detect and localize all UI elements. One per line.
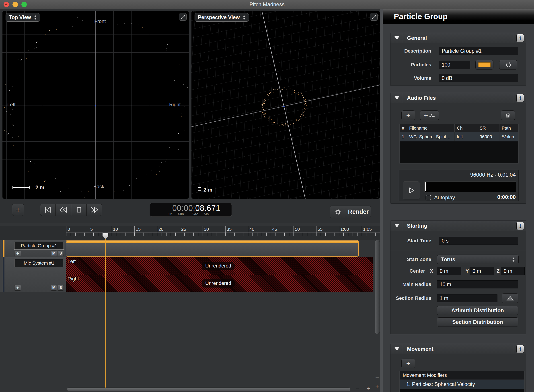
stop-button[interactable]: [71, 204, 87, 216]
particle-dot: [178, 134, 179, 134]
horizontal-scrollbar[interactable]: [67, 387, 350, 391]
horizontal-zoom-out-button[interactable]: −: [356, 385, 359, 392]
time-display[interactable]: 00:00:08.671 Hr Min Sec Ms: [150, 203, 232, 217]
movement-modifier-item[interactable]: 1. Particles: Spherical Velocity: [400, 380, 525, 389]
particles-count-field[interactable]: 100: [439, 61, 470, 69]
expand-viewport-button[interactable]: [179, 13, 187, 21]
start-zone-dropdown[interactable]: Torus: [437, 255, 519, 264]
mute-button[interactable]: M: [51, 251, 57, 256]
delete-audio-file-button[interactable]: [501, 111, 515, 120]
top-view-selector[interactable]: Top View: [5, 13, 40, 22]
section-distribution-button[interactable]: Section Distribution: [437, 317, 518, 327]
particle-dot: [264, 101, 265, 102]
disclosure-triangle-icon[interactable]: [394, 224, 399, 227]
min-unit-label: Min: [178, 212, 184, 216]
expand-icon: [180, 14, 185, 20]
add-movement-modifier-button[interactable]: +: [402, 359, 415, 369]
info-button[interactable]: i: [516, 222, 524, 230]
track-name-field[interactable]: Particle Group #1: [14, 242, 64, 250]
ruler-tick: [293, 233, 294, 236]
timeline-ruler[interactable]: 05101520253035404550551:001:05: [0, 226, 380, 240]
track-add-button[interactable]: +: [14, 285, 21, 291]
info-button[interactable]: i: [516, 34, 524, 42]
fast-forward-button[interactable]: [87, 204, 102, 216]
particle-dot: [297, 89, 298, 90]
panel-divider[interactable]: [380, 9, 383, 392]
particle-dot: [166, 48, 166, 49]
add-audio-file-with-waveform-button[interactable]: +: [420, 111, 439, 120]
front-label: Front: [94, 19, 106, 24]
unrendered-badge: Unrendered: [202, 279, 235, 288]
rewind-button[interactable]: [56, 204, 71, 216]
expand-viewport-button[interactable]: [370, 13, 378, 21]
autoplay-checkbox[interactable]: [426, 195, 431, 200]
regenerate-particles-button[interactable]: [499, 60, 517, 70]
particle-dot: [290, 124, 291, 125]
main-radius-label: Main Radius: [391, 280, 434, 289]
disclosure-triangle-icon[interactable]: [394, 36, 399, 40]
audio-files-section-header[interactable]: Audio Files i: [391, 93, 526, 103]
particle-dot: [265, 100, 266, 101]
starting-section-header[interactable]: Starting i: [391, 221, 526, 231]
particle-dot: [285, 88, 285, 89]
track-name-field[interactable]: Mic System #1: [14, 259, 64, 267]
disclosure-triangle-icon[interactable]: [394, 347, 399, 350]
disclosure-triangle-icon[interactable]: [394, 96, 399, 100]
add-track-button[interactable]: +: [12, 204, 24, 216]
movement-section-header[interactable]: Movement i: [391, 344, 526, 354]
ruler-tick: [312, 233, 312, 236]
center-z-field[interactable]: 0 m: [501, 267, 525, 275]
center-x-field[interactable]: 0 m: [437, 267, 461, 275]
particle-dot: [292, 89, 293, 90]
solo-button[interactable]: S: [58, 251, 64, 256]
zoom-window-button[interactable]: [21, 2, 27, 7]
info-button[interactable]: i: [516, 345, 524, 353]
close-window-button[interactable]: [4, 2, 9, 7]
particle-dot: [264, 116, 265, 117]
solo-button[interactable]: S: [58, 285, 64, 291]
particle-dot: [131, 23, 132, 23]
particle-dot: [21, 59, 22, 60]
vertical-scrollbar[interactable]: [375, 240, 380, 334]
volume-field[interactable]: 0 dB: [439, 74, 518, 82]
track-header-mic-system[interactable]: Mic System #1 + M S: [3, 257, 66, 292]
play-button[interactable]: [403, 182, 420, 199]
description-field[interactable]: Particle Group #1: [439, 47, 518, 55]
track-header-particle-group[interactable]: Particle Group #1 + M S: [3, 240, 66, 257]
start-time-field[interactable]: 0 s: [439, 237, 518, 245]
particle-dot: [186, 86, 187, 87]
minimize-window-button[interactable]: [13, 2, 18, 7]
perspective-view-viewport[interactable]: 2 m Perspective View: [191, 11, 380, 199]
ruler-tick: [275, 233, 275, 236]
chevron-updown-icon: [512, 257, 515, 262]
particle-group-clip[interactable]: [66, 240, 359, 257]
center-y-field[interactable]: 0 m: [470, 267, 494, 275]
perspective-view-selector[interactable]: Perspective View: [194, 13, 249, 22]
general-section-header[interactable]: General i: [391, 33, 526, 43]
vertical-zoom-in-button[interactable]: +: [375, 383, 379, 390]
horizontal-zoom-in-button[interactable]: +: [366, 385, 370, 392]
azimuth-distribution-button[interactable]: Azimuth Distribution: [437, 306, 518, 315]
chevron-updown-icon: [243, 15, 246, 20]
audio-file-row[interactable]: 1WC_Sphere_Spirit…left96000/Volun: [400, 132, 518, 141]
track-add-button[interactable]: +: [14, 251, 21, 256]
section-radius-field[interactable]: 1 m: [437, 294, 497, 302]
particle-dot: [44, 181, 45, 182]
vertical-zoom-out-button[interactable]: −: [375, 374, 379, 381]
render-button[interactable]: Render: [346, 206, 371, 218]
particle-dot: [187, 87, 188, 88]
main-radius-field[interactable]: 10 m: [437, 280, 518, 289]
info-button[interactable]: i: [516, 94, 524, 102]
particle-dot: [68, 188, 68, 189]
distribution-curve-button[interactable]: [502, 293, 518, 303]
audio-file-cell: 1: [400, 132, 407, 141]
add-audio-file-button[interactable]: +: [402, 111, 415, 120]
waveform-display[interactable]: [424, 182, 516, 192]
render-settings-button[interactable]: [330, 206, 346, 218]
top-view-viewport[interactable]: Front Back Left Right 2 m Top View: [2, 11, 189, 199]
particle-color-swatch-button[interactable]: [475, 60, 493, 70]
ruler-label: 50: [295, 227, 300, 232]
skip-to-start-button[interactable]: [40, 204, 56, 216]
mute-button[interactable]: M: [51, 285, 57, 291]
ruler-tick: [362, 233, 362, 236]
